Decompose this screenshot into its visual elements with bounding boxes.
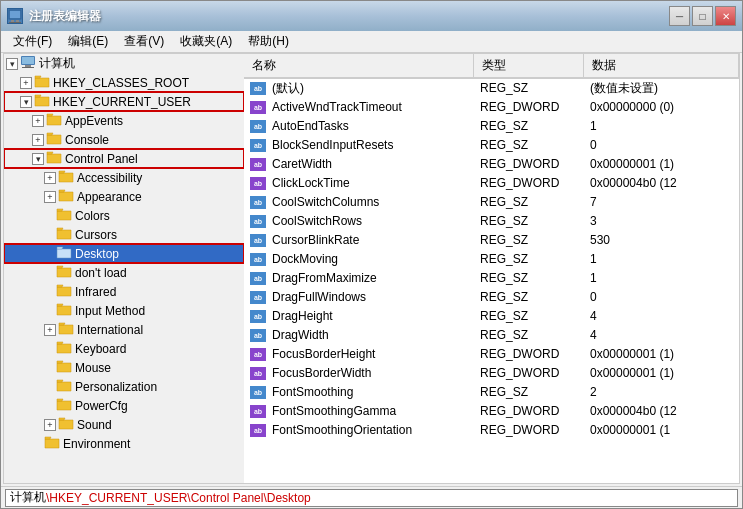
- menu-edit[interactable]: 编辑(E): [60, 31, 116, 52]
- tree-expand-appevents[interactable]: +: [32, 115, 44, 127]
- folder-icon-powercfg: [56, 397, 72, 414]
- tree-label-controlpanel: Control Panel: [65, 152, 138, 166]
- tree-item-console[interactable]: + Console: [4, 130, 244, 149]
- svg-rect-2: [11, 20, 14, 22]
- table-row[interactable]: ab DragWidth REG_SZ 4: [244, 326, 739, 345]
- col-header-type[interactable]: 类型: [474, 54, 584, 77]
- table-row[interactable]: ab DragFromMaximize REG_SZ 1: [244, 269, 739, 288]
- cell-data-9: 1: [584, 252, 739, 266]
- tree-label-dontload: don't load: [75, 266, 127, 280]
- tree-item-appearance[interactable]: + Appearance: [4, 187, 244, 206]
- tree-item-appevents[interactable]: + AppEvents: [4, 111, 244, 130]
- cell-name-4: ab CaretWidth: [244, 157, 474, 171]
- tree-item-controlpanel[interactable]: ▾ Control Panel: [4, 149, 244, 168]
- status-path: 计算机\HKEY_CURRENT_USER\Control Panel\Desk…: [5, 489, 738, 507]
- tree-item-colors[interactable]: Colors: [4, 206, 244, 225]
- tree-expand-appearance[interactable]: +: [44, 191, 56, 203]
- reg-name-12: DragHeight: [272, 309, 333, 323]
- cell-data-18: 0x00000001 (1: [584, 423, 739, 437]
- tree-item-environment[interactable]: Environment: [4, 434, 244, 453]
- folder-icon-mouse: [56, 359, 72, 376]
- reg-name-10: DragFromMaximize: [272, 271, 377, 285]
- tree-item-hkcr[interactable]: + HKEY_CLASSES_ROOT: [4, 73, 244, 92]
- table-row[interactable]: ab FontSmoothingGamma REG_DWORD 0x000004…: [244, 402, 739, 421]
- status-bar: 计算机\HKEY_CURRENT_USER\Control Panel\Desk…: [1, 486, 742, 508]
- cell-data-15: 0x00000001 (1): [584, 366, 739, 380]
- restore-button[interactable]: □: [692, 6, 713, 26]
- menu-help[interactable]: 帮助(H): [240, 31, 297, 52]
- tree-item-inputmethod[interactable]: Input Method: [4, 301, 244, 320]
- app-icon: [7, 8, 23, 24]
- table-row[interactable]: ab ActiveWndTrackTimeout REG_DWORD 0x000…: [244, 98, 739, 117]
- tree-item-cursors[interactable]: Cursors: [4, 225, 244, 244]
- tree-item-computer[interactable]: ▾ 计算机: [4, 54, 244, 73]
- col-header-data[interactable]: 数据: [584, 54, 739, 77]
- tree-item-sound[interactable]: + Sound: [4, 415, 244, 434]
- minimize-button[interactable]: ─: [669, 6, 690, 26]
- tree-expand-computer[interactable]: ▾: [6, 58, 18, 70]
- menu-favorites[interactable]: 收藏夹(A): [172, 31, 240, 52]
- table-row[interactable]: ab DragHeight REG_SZ 4: [244, 307, 739, 326]
- tree-item-desktop[interactable]: Desktop: [4, 244, 244, 263]
- cell-type-2: REG_SZ: [474, 119, 584, 133]
- cell-type-14: REG_DWORD: [474, 347, 584, 361]
- tree-item-powercfg[interactable]: PowerCfg: [4, 396, 244, 415]
- cell-type-0: REG_SZ: [474, 81, 584, 95]
- reg-name-16: FontSmoothing: [272, 385, 353, 399]
- tree-expand-console[interactable]: +: [32, 134, 44, 146]
- tree-label-appevents: AppEvents: [65, 114, 123, 128]
- tree-expand-controlpanel[interactable]: ▾: [32, 153, 44, 165]
- reg-icon-10: ab: [250, 272, 266, 285]
- right-panel: 名称 类型 数据 ab (默认) REG_SZ (数值未设置) ab Activ…: [244, 54, 739, 483]
- cell-type-3: REG_SZ: [474, 138, 584, 152]
- tree-content[interactable]: ▾ 计算机 +: [4, 54, 244, 483]
- tree-expand-accessibility[interactable]: +: [44, 172, 56, 184]
- tree-item-hkcu[interactable]: ▾ HKEY_CURRENT_USER: [4, 92, 244, 111]
- tree-label-computer: 计算机: [39, 55, 75, 72]
- cell-type-13: REG_SZ: [474, 328, 584, 342]
- table-row[interactable]: ab CaretWidth REG_DWORD 0x00000001 (1): [244, 155, 739, 174]
- table-row[interactable]: ab BlockSendInputResets REG_SZ 0: [244, 136, 739, 155]
- table-row[interactable]: ab FontSmoothingOrientation REG_DWORD 0x…: [244, 421, 739, 440]
- menu-view[interactable]: 查看(V): [116, 31, 172, 52]
- reg-icon-0: ab: [250, 82, 266, 95]
- table-row[interactable]: ab AutoEndTasks REG_SZ 1: [244, 117, 739, 136]
- tree-item-keyboard[interactable]: Keyboard: [4, 339, 244, 358]
- reg-icon-3: ab: [250, 139, 266, 152]
- tree-expand-international[interactable]: +: [44, 324, 56, 336]
- folder-icon-infrared: [56, 283, 72, 300]
- table-row[interactable]: ab FocusBorderWidth REG_DWORD 0x00000001…: [244, 364, 739, 383]
- reg-icon-5: ab: [250, 177, 266, 190]
- table-row[interactable]: ab CursorBlinkRate REG_SZ 530: [244, 231, 739, 250]
- tree-item-mouse[interactable]: Mouse: [4, 358, 244, 377]
- menu-file[interactable]: 文件(F): [5, 31, 60, 52]
- table-row[interactable]: ab CoolSwitchColumns REG_SZ 7: [244, 193, 739, 212]
- tree-expand-hkcr[interactable]: +: [20, 77, 32, 89]
- tree-item-international[interactable]: + International: [4, 320, 244, 339]
- table-row[interactable]: ab CoolSwitchRows REG_SZ 3: [244, 212, 739, 231]
- cell-name-0: ab (默认): [244, 80, 474, 97]
- close-button[interactable]: ✕: [715, 6, 736, 26]
- cell-data-17: 0x000004b0 (12: [584, 404, 739, 418]
- tree-label-colors: Colors: [75, 209, 110, 223]
- cell-name-12: ab DragHeight: [244, 309, 474, 323]
- table-row[interactable]: ab ClickLockTime REG_DWORD 0x000004b0 (1…: [244, 174, 739, 193]
- tree-label-keyboard: Keyboard: [75, 342, 126, 356]
- tree-item-personalization[interactable]: Personalization: [4, 377, 244, 396]
- col-header-name[interactable]: 名称: [244, 54, 474, 77]
- tree-item-dontload[interactable]: don't load: [4, 263, 244, 282]
- table-row[interactable]: ab FocusBorderHeight REG_DWORD 0x0000000…: [244, 345, 739, 364]
- table-row[interactable]: ab FontSmoothing REG_SZ 2: [244, 383, 739, 402]
- tree-expand-sound[interactable]: +: [44, 419, 56, 431]
- table-row[interactable]: ab DockMoving REG_SZ 1: [244, 250, 739, 269]
- tree-expand-hkcu[interactable]: ▾: [20, 96, 32, 108]
- table-body[interactable]: ab (默认) REG_SZ (数值未设置) ab ActiveWndTrack…: [244, 79, 739, 483]
- tree-label-desktop: Desktop: [75, 247, 119, 261]
- tree-label-console: Console: [65, 133, 109, 147]
- tree-item-infrared[interactable]: Infrared: [4, 282, 244, 301]
- table-row[interactable]: ab (默认) REG_SZ (数值未设置): [244, 79, 739, 98]
- table-row[interactable]: ab DragFullWindows REG_SZ 0: [244, 288, 739, 307]
- title-bar-left: 注册表编辑器: [7, 8, 101, 25]
- cell-name-13: ab DragWidth: [244, 328, 474, 342]
- tree-item-accessibility[interactable]: + Accessibility: [4, 168, 244, 187]
